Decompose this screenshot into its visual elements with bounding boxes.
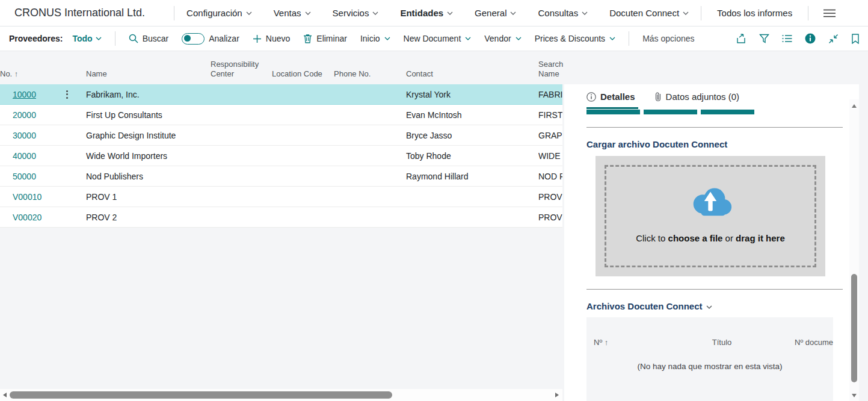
vendor-no-link[interactable]: 50000 (13, 172, 36, 181)
sort-ascending-icon: ↑ (14, 69, 19, 78)
hamburger-menu-icon[interactable] (823, 9, 836, 17)
column-header-name[interactable]: Name (86, 69, 211, 84)
menu-new-document[interactable]: New Document (404, 34, 472, 43)
tab-datos-adjuntos[interactable]: Datos adjuntos (0) (654, 92, 740, 102)
menu-docuten-connect[interactable]: Docuten Connect (609, 8, 689, 18)
vendor-name[interactable]: Wide World Importers (86, 151, 211, 161)
file-dropzone[interactable]: Click to choose a file or drag it here (596, 156, 825, 276)
new-button[interactable]: Nuevo (253, 34, 290, 43)
column-header-search-name[interactable]: Search Name (538, 60, 562, 85)
scroll-left-icon[interactable] (3, 393, 7, 397)
vendor-name[interactable]: First Up Consultants (86, 110, 211, 120)
menu-consultas[interactable]: Consultas (538, 8, 588, 18)
vendor-contact[interactable]: Raymond Hillard (406, 172, 538, 181)
files-column-titulo[interactable]: Título (669, 338, 774, 347)
toggle-switch-icon[interactable] (182, 33, 205, 45)
menu-prices-discounts[interactable]: Prices & Discounts (535, 34, 615, 43)
files-column-no[interactable]: Nº ↑ (586, 338, 669, 347)
docuten-files-list: Nº ↑ Título Nº docume (No hay nada que m… (586, 317, 833, 401)
tab-detalles[interactable]: Detalles (586, 92, 635, 102)
vendor-search-name[interactable]: PROV (538, 192, 562, 202)
menu-configuracion[interactable]: Configuración (186, 8, 252, 18)
delete-button[interactable]: Eliminar (303, 34, 347, 43)
show-list-icon[interactable] (782, 34, 792, 43)
vendor-name[interactable]: Graphic Design Institute (86, 131, 211, 140)
vendor-no-link[interactable]: 10000 (13, 90, 36, 99)
column-header-phone-no[interactable]: Phone No. (334, 69, 406, 84)
table-row[interactable]: 30000 Graphic Design Institute Bryce Jas… (0, 125, 562, 146)
table-row[interactable]: 20000 First Up Consultants Evan McIntosh… (0, 105, 562, 125)
vendor-no-link[interactable]: 30000 (13, 131, 36, 140)
vendor-no-link[interactable]: V00010 (13, 192, 42, 202)
vendor-search-name[interactable]: NOD P (538, 172, 562, 181)
share-icon[interactable] (736, 33, 746, 44)
grid-header-row: No. ↑ Name Responsibility Center Locatio… (0, 51, 562, 84)
menu-servicios[interactable]: Servicios (333, 8, 379, 18)
scrollbar-thumb[interactable] (10, 391, 392, 399)
vendor-search-name[interactable]: FIRST U (538, 110, 562, 120)
vendor-no-link[interactable]: V00020 (13, 213, 42, 222)
vendor-contact[interactable]: Toby Rhode (406, 151, 538, 161)
divider (115, 31, 115, 46)
scroll-right-icon[interactable] (555, 393, 559, 397)
vendor-name[interactable]: PROV 1 (86, 192, 211, 202)
action-toolbar: Proveedores: Todo Buscar Analizar Nuevo … (0, 26, 868, 51)
vendor-contact[interactable]: Krystal York (406, 90, 538, 99)
files-section-title[interactable]: Archivos Docuten Connect (586, 301, 843, 311)
divider (174, 6, 174, 20)
menu-ventas[interactable]: Ventas (274, 8, 311, 18)
table-row[interactable]: 10000 Fabrikam, Inc. Krystal York FABRIK (0, 84, 562, 105)
company-name[interactable]: CRONUS International Ltd. (14, 7, 145, 19)
vendor-name[interactable]: Nod Publishers (86, 172, 211, 181)
menu-general[interactable]: General (475, 8, 516, 18)
vendor-name[interactable]: PROV 2 (86, 213, 211, 222)
vendor-search-name[interactable]: GRAPH (538, 131, 562, 140)
vendor-name[interactable]: Fabrikam, Inc. (86, 90, 211, 99)
scrollbar-thumb[interactable] (851, 274, 857, 382)
menu-vendor[interactable]: Vendor (484, 34, 521, 43)
table-row[interactable]: V00010 PROV 1 PROV (0, 187, 562, 207)
dropzone-label: Click to choose a file or drag it here (636, 233, 785, 243)
divider (808, 6, 808, 20)
vendor-search-name[interactable]: PROV (538, 213, 562, 222)
row-options-icon[interactable] (64, 88, 80, 101)
menu-inicio[interactable]: Inicio (360, 34, 390, 43)
scroll-down-icon[interactable] (852, 394, 857, 397)
column-header-location-code[interactable]: Location Code (272, 69, 334, 84)
vendor-search-name[interactable]: WIDE W (538, 151, 562, 161)
column-header-contact[interactable]: Contact (406, 69, 538, 84)
vendor-search-name[interactable]: FABRIK (538, 90, 562, 99)
horizontal-scrollbar[interactable] (0, 389, 562, 401)
table-row[interactable]: 40000 Wide World Importers Toby Rhode WI… (0, 146, 562, 166)
table-row[interactable]: 50000 Nod Publishers Raymond Hillard NOD… (0, 166, 562, 187)
vendor-contact[interactable]: Bryce Jasso (406, 131, 538, 140)
vendor-no-link[interactable]: 40000 (13, 151, 36, 161)
filter-icon[interactable] (759, 34, 769, 43)
column-header-no[interactable]: No. ↑ (0, 69, 86, 84)
sort-ascending-icon: ↑ (605, 338, 609, 347)
bookmark-icon[interactable] (851, 34, 860, 44)
vendor-contact[interactable]: Evan McIntosh (406, 110, 538, 120)
chevron-down-icon (246, 11, 252, 15)
files-header-row: Nº ↑ Título Nº docume (586, 317, 833, 347)
vertical-scrollbar[interactable] (849, 99, 859, 401)
vendor-list: No. ↑ Name Responsibility Center Locatio… (0, 51, 562, 228)
chevron-down-icon (384, 37, 390, 40)
table-row[interactable]: V00020 PROV 2 PROV (0, 207, 562, 228)
view-filter-dropdown[interactable]: Todo (72, 34, 101, 43)
analyze-toggle[interactable]: Analizar (182, 33, 239, 45)
more-options-button[interactable]: Más opciones (642, 34, 694, 43)
vendor-no-link[interactable]: 20000 (13, 110, 36, 120)
column-header-responsibility-center[interactable]: Responsibility Center (211, 60, 272, 85)
toolbar-right-icons (736, 33, 860, 44)
chevron-down-icon (516, 37, 522, 40)
info-outline-icon (586, 92, 596, 102)
search-button[interactable]: Buscar (129, 34, 169, 43)
info-icon[interactable] (805, 33, 816, 44)
scroll-up-icon[interactable] (852, 104, 857, 108)
files-column-documento[interactable]: Nº docume (774, 338, 833, 347)
menu-entidades[interactable]: Entidades (400, 8, 453, 18)
menu-todos-los-informes[interactable]: Todos los informes (717, 8, 792, 18)
chevron-down-icon (582, 11, 588, 15)
collapse-factbox-icon[interactable] (828, 34, 839, 44)
